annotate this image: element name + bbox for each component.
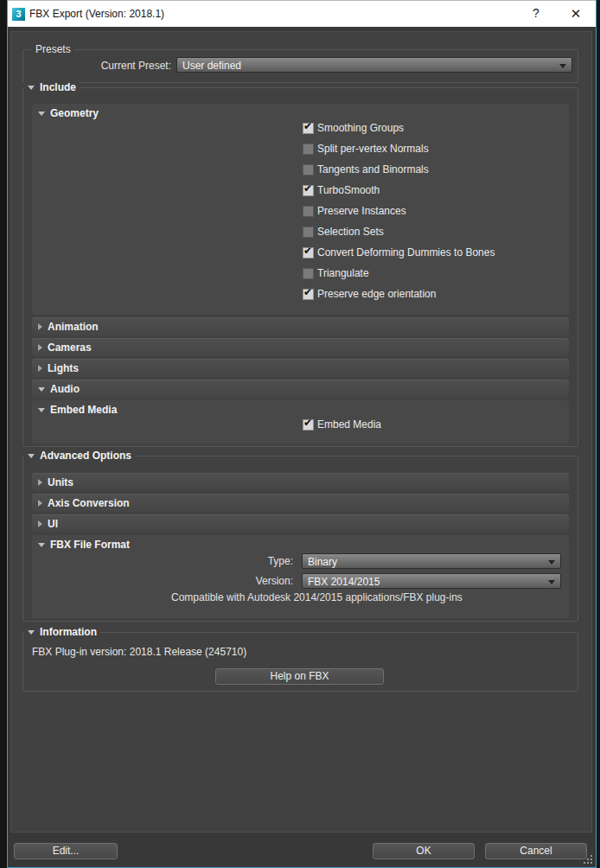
expand-arrow-icon (38, 520, 42, 527)
checkbox-row-tangents-and-binormals[interactable]: Tangents and Binormals (303, 163, 429, 176)
check-mark-icon: ✔ (303, 286, 312, 298)
section-label: Cameras (48, 341, 92, 354)
section-header-axis-conversion[interactable]: Axis Conversion (32, 494, 569, 512)
section-header-lights[interactable]: Lights (32, 359, 569, 377)
checkbox-label: Triangulate (317, 267, 369, 279)
checkbox-row-convert-deforming-dummies-to-bones[interactable]: ✔Convert Deforming Dummies to Bones (303, 246, 495, 259)
checkbox-row-split-per-vertex-normals[interactable]: Split per-vertex Normals (303, 142, 429, 156)
checkbox-label: TurboSmooth (317, 184, 380, 196)
triangulate-checkbox[interactable] (303, 268, 314, 279)
title-bar[interactable]: 3 FBX Export (Version: 2018.1) ? ✕ (8, 0, 596, 27)
close-button[interactable]: ✕ (566, 6, 585, 22)
checkbox-row-preserve-edge-orientation[interactable]: ✔Preserve edge orientation (303, 287, 436, 301)
collapse-arrow-icon (38, 387, 45, 392)
collapse-arrow-icon (38, 543, 45, 547)
advanced-options-group: Advanced Options UnitsAxis ConversionUI … (22, 456, 578, 622)
section-header-cameras[interactable]: Cameras (32, 338, 569, 356)
edit-button[interactable]: Edit... (14, 843, 118, 859)
section-header-units[interactable]: Units (32, 473, 569, 491)
section-header-animation[interactable]: Animation (32, 317, 569, 335)
geometry-section: Geometry ✔Smoothing GroupsSplit per-vert… (32, 104, 569, 315)
convert-deforming-dummies-to-bones-checkbox[interactable]: ✔ (303, 247, 314, 258)
embed-media-section-header[interactable]: Embed Media (38, 404, 117, 416)
collapse-arrow-icon (28, 630, 35, 635)
advanced-options-label: Advanced Options (40, 450, 131, 463)
include-section-label: Include (40, 81, 76, 94)
expand-arrow-icon (38, 344, 42, 351)
ok-button[interactable]: OK (373, 843, 475, 859)
embed-media-section-label: Embed Media (50, 404, 117, 416)
background-app-left-edge (0, 0, 7, 868)
dialog-content-panel: Presets Current Preset: User defined Inc… (10, 31, 592, 833)
screen: 3 FBX Export (Version: 2018.1) ? ✕ Prese… (0, 0, 600, 868)
include-group: Include Geometry ✔Smoothing GroupsSplit … (22, 87, 578, 447)
presets-legend: Presets (32, 43, 74, 56)
type-dropdown[interactable]: Binary (302, 553, 561, 569)
cancel-button[interactable]: Cancel (485, 843, 587, 859)
split-per-vertex-normals-checkbox[interactable] (303, 144, 314, 155)
preserve-instances-checkbox[interactable] (303, 206, 314, 217)
current-preset-value: User defined (182, 60, 241, 72)
checkbox-label: Embed Media (317, 418, 381, 431)
window-title: FBX Export (Version: 2018.1) (29, 8, 164, 20)
check-mark-icon: ✔ (303, 245, 312, 257)
plugin-version-text: FBX Plug-in version: 2018.1 Release (245… (32, 646, 246, 658)
background-app-right-edge (597, 0, 600, 868)
expand-arrow-icon (38, 479, 42, 486)
checkbox-row-turbosmooth[interactable]: ✔TurboSmooth (303, 183, 380, 197)
type-label: Type: (32, 555, 293, 567)
type-value: Binary (308, 556, 337, 568)
checkbox-row-smoothing-groups[interactable]: ✔Smoothing Groups (303, 121, 404, 135)
section-label: Lights (48, 362, 79, 374)
expand-arrow-icon (38, 323, 42, 330)
current-preset-dropdown[interactable]: User defined (176, 57, 572, 73)
version-label: Version: (32, 575, 293, 587)
collapse-arrow-icon (28, 454, 35, 458)
geometry-section-header[interactable]: Geometry (38, 107, 99, 119)
check-mark-icon: ✔ (303, 182, 312, 195)
collapse-arrow-icon (38, 112, 45, 116)
information-label: Information (40, 626, 97, 639)
check-mark-icon: ✔ (303, 120, 312, 132)
section-label: Units (48, 476, 73, 488)
section-label: UI (48, 518, 58, 530)
section-label: Axis Conversion (48, 497, 130, 509)
include-section-header[interactable]: Include (24, 81, 80, 94)
preserve-edge-orientation-checkbox[interactable]: ✔ (303, 289, 314, 300)
selection-sets-checkbox[interactable] (303, 227, 314, 238)
fbx-export-dialog: 3 FBX Export (Version: 2018.1) ? ✕ Prese… (7, 0, 597, 868)
help-on-fbx-button[interactable]: Help on FBX (215, 668, 384, 685)
resize-grip[interactable] (584, 855, 585, 857)
collapse-arrow-icon (28, 86, 35, 90)
fbx-file-format-section: FBX File Format Type: Binary Version: FB… (32, 535, 569, 618)
information-header[interactable]: Information (24, 626, 100, 639)
section-label: Audio (50, 383, 80, 395)
section-header-ui[interactable]: UI (32, 514, 569, 533)
checkbox-row-preserve-instances[interactable]: Preserve Instances (303, 204, 406, 218)
version-dropdown[interactable]: FBX 2014/2015 (302, 573, 561, 589)
help-titlebar-button[interactable]: ? (527, 6, 546, 20)
version-value: FBX 2014/2015 (308, 576, 380, 588)
chevron-down-icon (548, 580, 555, 584)
turbosmooth-checkbox[interactable]: ✔ (303, 185, 314, 196)
checkbox-label: Selection Sets (317, 226, 384, 238)
expand-arrow-icon (38, 365, 42, 372)
checkbox-label: Convert Deforming Dummies to Bones (317, 246, 495, 258)
section-header-audio[interactable]: Audio (32, 380, 569, 398)
fbx-file-format-header[interactable]: FBX File Format (38, 539, 130, 551)
checkbox-row-selection-sets[interactable]: Selection Sets (303, 225, 384, 239)
check-mark-icon: ✔ (303, 417, 312, 429)
checkbox-row-triangulate[interactable]: Triangulate (303, 266, 369, 280)
information-group: Information FBX Plug-in version: 2018.1 … (22, 632, 578, 692)
checkbox-label: Smoothing Groups (317, 122, 404, 134)
compatibility-note: Compatible with Autodesk 2014/2015 appli… (171, 591, 463, 603)
embed-media-checkbox[interactable]: ✔ (303, 419, 314, 431)
chevron-down-icon (548, 560, 555, 565)
smoothing-groups-checkbox[interactable]: ✔ (303, 123, 314, 134)
current-preset-label: Current Preset: (23, 60, 171, 72)
advanced-options-header[interactable]: Advanced Options (24, 450, 135, 463)
3ds-max-app-icon: 3 (12, 8, 25, 21)
checkbox-row-embed-media[interactable]: ✔Embed Media (303, 418, 381, 431)
checkbox-label: Preserve Instances (317, 205, 406, 217)
tangents-and-binormals-checkbox[interactable] (303, 164, 314, 176)
